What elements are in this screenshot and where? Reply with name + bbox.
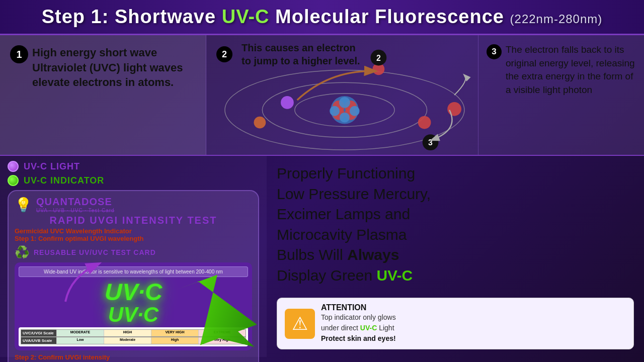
svg-text:2: 2	[376, 54, 381, 62]
uvc-indicator-dot	[8, 175, 19, 186]
brand-lightbulb-icon: 💡	[15, 197, 32, 213]
properly-display: Display Green	[277, 267, 376, 284]
atom-diagram: 2 3	[206, 35, 478, 155]
steps-section: 1 High energy short wave Ultraviolet (UV…	[0, 35, 644, 156]
header: Step 1: Shortwave UV-C Molecular Fluores…	[0, 0, 644, 35]
brand-name: QUANTADOSE	[36, 196, 115, 208]
step3-number-circle: 3	[487, 44, 502, 59]
svg-point-12	[281, 96, 294, 109]
legend-uvc-indicator-row: UV-C INDICATOR	[8, 175, 259, 186]
uvc-light-dot	[8, 161, 19, 172]
green-arrow-container	[171, 274, 282, 362]
recycle-icon: ♻️	[15, 245, 30, 259]
svg-point-8	[339, 97, 350, 108]
attention-box: ⚠ ATTENTION Top indicator only glows und…	[277, 298, 634, 349]
purple-arrow-svg	[55, 256, 116, 307]
main-container: Step 1: Shortwave UV-C Molecular Fluores…	[0, 0, 644, 362]
reusable-text: REUSABLE UV/UVC TEST CARD	[34, 248, 156, 256]
scale-header2: UVA/UVB Scale	[21, 337, 56, 344]
uvc-light-label: UV-C LIGHT	[24, 161, 80, 172]
atom-section: 2 This causes an electron to jump to a h…	[206, 35, 478, 155]
header-uvc: UV-C	[222, 6, 270, 27]
step1-confirm-label: Step 1: Confirm optimal UVGI wavelength	[15, 235, 252, 242]
properly-text5: Bulbs Will	[277, 246, 347, 263]
properly-text2: Low Pressure Mercury,	[277, 186, 431, 202]
properly-text4: Microcavity Plasma	[277, 226, 407, 243]
header-prefix: Step 1: Shortwave	[42, 6, 222, 27]
properly-text1: Properly Functioning	[277, 165, 415, 182]
svg-point-9	[330, 106, 340, 116]
scale-mod2: Moderate	[104, 337, 151, 344]
attention-line2-end: Light	[377, 324, 394, 332]
bottom-section: UV-C LIGHT UV-C INDICATOR 💡 QUANTADOSE U…	[0, 156, 644, 357]
step3-box: 3 The electron falls back to its origina…	[478, 35, 644, 155]
right-panel: Properly Functioning Low Pressure Mercur…	[267, 156, 644, 357]
svg-marker-21	[175, 274, 264, 362]
properly-functioning-text: Properly Functioning Low Pressure Mercur…	[277, 163, 634, 286]
svg-point-11	[340, 113, 350, 123]
attention-body: Top indicator only glows under direct UV…	[321, 312, 396, 344]
properly-always: Always	[347, 246, 399, 263]
step1-number-circle: 1	[10, 45, 28, 63]
header-title: Step 1: Shortwave UV-C Molecular Fluores…	[10, 6, 634, 28]
step3-description: The electron falls back to its original …	[506, 43, 636, 97]
legend-uvc-light-row: UV-C LIGHT	[8, 161, 259, 172]
scale-low: Low	[56, 337, 104, 344]
header-range: (222nm-280nm)	[510, 12, 603, 26]
germicidal-label: Germicidal UVC Wavelength Indicator	[15, 227, 252, 235]
attention-line2-start: under direct	[321, 324, 360, 332]
reusable-banner: ♻️ REUSABLE UV/UVC TEST CARD	[15, 245, 252, 259]
properly-text3: Excimer Lamps and	[277, 206, 410, 222]
attention-protect: Protect skin and eyes!	[321, 334, 396, 342]
warning-icon: ⚠	[292, 313, 308, 334]
svg-point-10	[350, 106, 360, 116]
svg-point-15	[254, 117, 266, 129]
attention-title: ATTENTION	[321, 303, 396, 312]
scale-high: HIGH	[104, 330, 151, 336]
purple-arrow-container	[55, 256, 116, 309]
attention-line1: Top indicator only glows	[321, 313, 396, 321]
svg-point-16	[447, 102, 461, 116]
step1-description: High energy short wave Ultraviolet (UVC)…	[32, 45, 196, 90]
scale-header1: UVC/UVGI Scale	[21, 330, 56, 336]
rapid-title: RAPID UVGI INTENSITY TEST	[15, 215, 252, 226]
properly-uvc-green: UV-C	[376, 267, 413, 284]
step1-text: 1 High energy short wave Ultraviolet (UV…	[10, 45, 196, 90]
attention-icon-box: ⚠	[285, 309, 315, 339]
brand-subtitle: UVA · UVB · UVC · Test Card	[36, 208, 115, 213]
step1-box: 1 High energy short wave Ultraviolet (UV…	[0, 35, 206, 155]
attention-uvc-text: UV-C	[360, 324, 377, 332]
attention-content: ATTENTION Top indicator only glows under…	[321, 303, 396, 344]
header-middle: Molecular Fluorescence	[269, 6, 510, 27]
scale-moderate: MODERATE	[56, 330, 104, 336]
svg-point-14	[418, 116, 431, 129]
brand-row: 💡 QUANTADOSE UVA · UVB · UVC · Test Card	[15, 196, 252, 213]
step3-content: 3 The electron falls back to its origina…	[487, 43, 636, 97]
green-arrow-svg	[171, 274, 282, 362]
uvc-indicator-label: UV-C INDICATOR	[24, 175, 104, 186]
